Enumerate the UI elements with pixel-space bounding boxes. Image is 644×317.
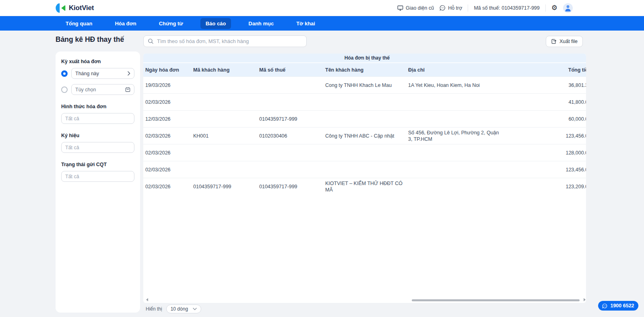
support-link[interactable]: Hỗ trợ (440, 5, 462, 11)
period-filter-label: Kỳ xuất hóa đơn (61, 59, 134, 64)
cell-customer-name: Công ty TNHH ABC - Cập nhật (325, 133, 408, 139)
search-input[interactable] (157, 38, 302, 44)
table-row[interactable]: 12/03/2026 0104359717-999 60,000.00 (143, 110, 586, 127)
page-size-dropdown[interactable]: 10 dòng (166, 305, 201, 313)
table-row[interactable]: 19/03/2026 Cong ty TNHH Khach Le Mau 1A … (143, 76, 586, 93)
person-icon (563, 3, 573, 13)
invoice-form-filter-label: Hình thức hóa đơn (61, 104, 134, 109)
cell-customer-name: Cong ty TNHH Khach Le Mau (325, 82, 408, 89)
chat-bubble-icon (602, 303, 607, 309)
cell-date: 12/03/2026 (143, 116, 193, 122)
cqt-status-filter-label: Trạng thái gửi CQT (61, 162, 134, 167)
period-select-value: Tháng này (75, 71, 99, 76)
export-label: Xuất file (559, 39, 578, 44)
nav-item-tong-quan[interactable]: Tổng quan (60, 18, 97, 29)
brand-name: KiotViet (69, 4, 94, 12)
cell-address: Số 456, Đường Lê Lợi, Phường 2, Quận 3, … (408, 130, 505, 142)
page-size-value: 10 dòng (171, 306, 188, 312)
hotline-number: 1900 6522 (610, 303, 634, 309)
table-header-row: Ngày hóa đơn Mã khách hàng Mã số thuế Tê… (143, 63, 586, 76)
tax-code-text: Mã số thuế: 0104359717-999 (474, 5, 539, 11)
cell-customer-name: KIOTVIET – KIỂM THỬ HĐĐT CÓ MÃ (325, 180, 408, 193)
cell-total: 123,456.00 (505, 167, 586, 173)
kiotviet-logo-icon (55, 2, 66, 14)
period-radio-custom[interactable] (61, 86, 68, 93)
main-nav: Tổng quan Hóa đơn Chứng từ Báo cáo Danh … (0, 16, 644, 31)
filter-panel: Kỳ xuất hóa đơn Tháng này Tùy chọn (56, 51, 140, 313)
horizontal-scrollbar[interactable] (412, 299, 580, 301)
cell-date: 02/03/2026 (143, 99, 193, 105)
cell-date: 19/03/2026 (143, 82, 193, 89)
topbar-divider (545, 4, 546, 12)
table-footer: Hiển thị 10 dòng (146, 305, 201, 313)
table-row[interactable]: 02/03/2026 128,000.00 (143, 144, 586, 161)
cell-date: 02/03/2026 (143, 150, 193, 156)
invoice-form-filter-input[interactable] (61, 113, 134, 124)
table-row[interactable]: 02/03/2026 41,800.00 (143, 93, 586, 110)
table-row[interactable]: 02/03/2026 KH001 0102030406 Công ty TNHH… (143, 127, 586, 144)
export-file-button[interactable]: Xuất file (546, 36, 583, 47)
col-header-date: Ngày hóa đơn (143, 67, 193, 73)
nav-item-bao-cao[interactable]: Báo cáo (200, 18, 231, 29)
nav-item-to-khai[interactable]: Tờ khai (291, 18, 320, 29)
col-header-total: Tổng tiền (505, 67, 586, 73)
cell-tax-code: 0102030406 (259, 133, 325, 139)
hscroll-right-arrow-icon[interactable] (584, 298, 586, 301)
col-header-address: Địa chỉ (408, 67, 505, 73)
cell-total: 60,000.00 (505, 116, 586, 122)
cell-address: 1A Yet Kieu, Hoan Kiem, Ha Noi (408, 82, 505, 89)
hscroll-left-arrow-icon[interactable] (146, 298, 148, 301)
cell-customer-code: KH001 (193, 133, 259, 139)
col-header-customer-name: Tên khách hàng (325, 67, 408, 73)
calendar-icon (125, 87, 130, 92)
cell-total: 36,801.35 (505, 82, 586, 89)
symbol-filter-input[interactable] (61, 142, 134, 153)
nav-item-danh-muc[interactable]: Danh mục (243, 18, 279, 29)
col-header-customer-code: Mã khách hàng (193, 67, 259, 73)
export-icon (551, 39, 557, 44)
table-row[interactable]: 02/03/2026 0104359717-999 0104359717-999… (143, 178, 586, 195)
search-box (143, 35, 307, 47)
col-header-tax-code: Mã số thuế (259, 67, 325, 73)
period-select-this-month[interactable]: Tháng này (71, 68, 134, 79)
user-avatar[interactable] (563, 3, 573, 13)
cell-total: 123,209.00 (505, 183, 586, 190)
old-ui-link[interactable]: Giao diện cũ (397, 5, 434, 11)
replaced-invoices-table: Hóa đơn bị thay thế Ngày hóa đơn Mã khác… (143, 54, 586, 303)
hotline-chat-button[interactable]: 1900 6522 (598, 301, 638, 311)
nav-item-hoa-don[interactable]: Hóa đơn (109, 18, 141, 29)
cell-total: 128,000.00 (505, 150, 586, 156)
cell-tax-code: 0104359717-999 (259, 183, 325, 190)
cell-total: 123,456.00 (505, 133, 586, 139)
symbol-filter-label: Ký hiệu (61, 133, 134, 138)
cell-date: 02/03/2026 (143, 133, 193, 139)
period-radio-this-month[interactable] (61, 70, 68, 77)
cell-total: 41,800.00 (505, 99, 586, 105)
table-group-header: Hóa đơn bị thay thế (143, 54, 586, 63)
nav-item-chung-tu[interactable]: Chứng từ (154, 18, 188, 29)
chevron-down-icon (193, 308, 197, 310)
cell-date: 02/03/2026 (143, 167, 193, 173)
cell-date: 02/03/2026 (143, 183, 193, 190)
cqt-status-filter-input[interactable] (61, 171, 134, 182)
topbar: KiotViet Giao diện cũ Hỗ t (0, 0, 644, 16)
support-label: Hỗ trợ (448, 5, 462, 11)
search-icon (148, 38, 154, 44)
settings-gear-icon[interactable]: ⚙ (551, 4, 557, 11)
cell-customer-code: 0104359717-999 (193, 183, 259, 190)
period-date-picker[interactable]: Tùy chọn (71, 84, 134, 95)
display-label: Hiển thị (146, 306, 162, 312)
old-ui-label: Giao diện cũ (406, 5, 434, 11)
page-title: Bảng kê HĐ thay thế (56, 35, 124, 44)
monitor-icon (397, 5, 403, 11)
period-custom-value: Tùy chọn (75, 87, 96, 93)
table-row[interactable]: 02/03/2026 123,456.00 (143, 161, 586, 178)
topbar-divider (468, 4, 468, 12)
cell-tax-code: 0104359717-999 (259, 116, 325, 122)
support-chat-icon (440, 5, 446, 11)
chevron-right-icon (128, 71, 130, 76)
brand-logo[interactable]: KiotViet (55, 2, 94, 14)
